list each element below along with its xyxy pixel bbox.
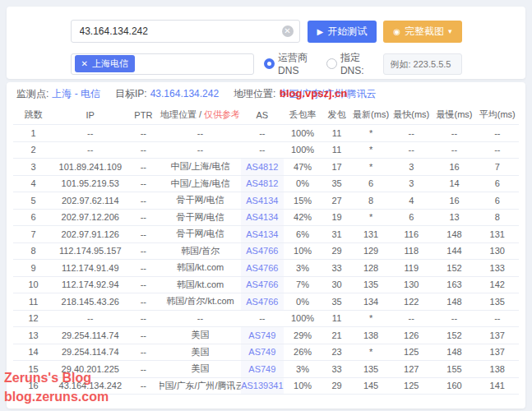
cell-sent: 11 bbox=[322, 311, 352, 327]
as-link[interactable]: AS4766 bbox=[246, 246, 278, 256]
cell-best: 116 bbox=[390, 226, 433, 242]
cell-loss: 100% bbox=[284, 125, 322, 141]
cell-geo: 中国/广东/广州/腾讯云 bbox=[160, 378, 240, 395]
cell-ip: 101.95.219.53 bbox=[53, 176, 127, 192]
start-test-label: 开始测试 bbox=[327, 25, 367, 39]
as-link[interactable]: AS4134 bbox=[246, 196, 278, 206]
cell-best: 6 bbox=[390, 210, 433, 226]
cell-geo: 中国/上海/电信 bbox=[160, 176, 240, 192]
target-input[interactable] bbox=[71, 20, 300, 43]
cell-worst: 148 bbox=[433, 344, 475, 361]
cell-avg: 137 bbox=[476, 344, 519, 361]
cell-ptr: -- bbox=[127, 176, 160, 192]
cell-geo: 美国 bbox=[160, 344, 240, 361]
as-link[interactable]: AS4766 bbox=[246, 297, 278, 307]
table-body: 1 -- -- -- -- 100% 11 * -- -- -- 2 -- --… bbox=[13, 125, 519, 395]
cell-avg: 138 bbox=[476, 361, 519, 377]
cell-as: AS749 bbox=[241, 327, 284, 344]
cell-geo: 韩国/kt.com bbox=[160, 260, 240, 276]
cell-ptr: -- bbox=[127, 159, 160, 175]
cell-loss: 10% bbox=[284, 243, 322, 260]
as-link[interactable]: AS4766 bbox=[246, 279, 278, 289]
cell-best: 122 bbox=[390, 293, 433, 310]
as-link[interactable]: AS749 bbox=[248, 330, 275, 340]
cell-as: AS139341 bbox=[241, 378, 284, 395]
cell-as: AS4812 bbox=[241, 176, 284, 192]
cell-worst: 144 bbox=[433, 243, 475, 260]
cell-avg: 142 bbox=[476, 277, 519, 293]
cell-loss: 0% bbox=[284, 176, 322, 192]
cell-hop: 16 bbox=[13, 378, 53, 395]
header-sent: 发包 bbox=[322, 109, 352, 121]
cell-avg: 130 bbox=[476, 243, 519, 260]
as-link[interactable]: AS4812 bbox=[246, 162, 278, 172]
cell-worst: 16 bbox=[433, 159, 475, 175]
cell-ip: -- bbox=[53, 142, 127, 159]
header-geo: 地理位置 /仅供参考 bbox=[160, 109, 240, 121]
as-link[interactable]: AS749 bbox=[248, 347, 275, 357]
node-value[interactable]: 上海 - 电信 bbox=[52, 87, 100, 101]
cell-avg: 135 bbox=[476, 293, 519, 310]
cell-as: AS4134 bbox=[241, 210, 284, 226]
as-link[interactable]: AS4134 bbox=[246, 212, 278, 222]
cell-ip: 218.145.43.26 bbox=[53, 293, 127, 310]
clear-icon[interactable]: ✕ bbox=[282, 25, 294, 37]
cell-hop: 9 bbox=[13, 260, 53, 276]
as-link[interactable]: AS4766 bbox=[246, 263, 278, 273]
cell-latest: 135 bbox=[352, 361, 390, 377]
table-row: 6 202.97.12.206 -- 骨干网/电信 AS4134 42% 19 … bbox=[13, 210, 519, 227]
as-link: -- bbox=[259, 128, 265, 138]
cell-worst: 152 bbox=[433, 260, 475, 276]
radio-custom-dns[interactable]: 指定DNS: bbox=[326, 51, 375, 76]
dns-options: 运营商DNS 指定DNS: bbox=[264, 51, 461, 76]
cell-worst: -- bbox=[433, 125, 475, 141]
cell-ptr: -- bbox=[127, 361, 160, 377]
custom-dns-input[interactable] bbox=[383, 53, 462, 75]
full-screenshot-button[interactable]: ◉ 完整截图 ▾ bbox=[383, 21, 461, 43]
start-test-button[interactable]: ▶ 开始测试 bbox=[308, 21, 377, 43]
radio-isp-dns-label: 运营商DNS bbox=[278, 51, 318, 76]
traceroute-table: 跳数 IP PTR 地理位置 /仅供参考 AS 丢包率 发包 最新(ms) 最快… bbox=[7, 105, 525, 395]
target-ip-value[interactable]: 43.164.134.242 bbox=[150, 88, 219, 99]
full-screenshot-label: 完整截图 bbox=[405, 25, 444, 39]
node-select-input[interactable]: ✕ 上海电信 bbox=[71, 53, 255, 75]
cell-latest: 135 bbox=[352, 277, 390, 293]
cell-ptr: -- bbox=[127, 142, 160, 159]
table-row: 10 112.174.92.94 -- 韩国/kt.com AS4766 7% … bbox=[13, 277, 519, 294]
cell-hop: 3 bbox=[13, 159, 53, 175]
cell-worst: -- bbox=[433, 311, 475, 327]
cell-ip: 112.174.92.94 bbox=[53, 277, 127, 293]
cell-ptr: -- bbox=[127, 293, 160, 310]
cell-avg: 137 bbox=[476, 327, 519, 344]
cell-latest: * bbox=[352, 311, 390, 327]
as-link[interactable]: AS4812 bbox=[246, 178, 278, 188]
play-icon: ▶ bbox=[317, 27, 324, 36]
header-ptr: PTR bbox=[127, 110, 160, 120]
cell-geo: -- bbox=[160, 125, 240, 141]
cell-hop: 5 bbox=[13, 192, 53, 209]
cell-latest: * bbox=[352, 344, 390, 361]
table-row: 5 202.97.62.114 -- 骨干网/电信 AS4134 15% 27 … bbox=[13, 192, 519, 210]
chevron-down-icon: ▾ bbox=[448, 27, 452, 35]
header-hop: 跳数 bbox=[13, 109, 53, 121]
cell-latest: 134 bbox=[352, 293, 390, 310]
table-header-row: 跳数 IP PTR 地理位置 /仅供参考 AS 丢包率 发包 最新(ms) 最快… bbox=[13, 105, 519, 125]
result-info-bar: 监测点: 上海 - 电信 目标IP: 43.164.134.242 地理位置: … bbox=[7, 82, 525, 105]
cell-loss: 0% bbox=[284, 293, 322, 310]
cell-best: 125 bbox=[390, 344, 433, 361]
as-link[interactable]: AS749 bbox=[248, 364, 275, 374]
cell-loss: 7% bbox=[284, 277, 322, 293]
cell-avg: 141 bbox=[476, 378, 519, 395]
radio-isp-dns[interactable]: 运营商DNS bbox=[264, 51, 318, 76]
tag-close-icon[interactable]: ✕ bbox=[81, 59, 88, 68]
cell-ip: -- bbox=[53, 125, 127, 141]
node-tag[interactable]: ✕ 上海电信 bbox=[75, 55, 135, 72]
table-row: 16 43.164.134.242 -- 中国/广东/广州/腾讯云 AS1393… bbox=[13, 378, 519, 395]
as-link[interactable]: AS4134 bbox=[246, 229, 278, 239]
cell-geo: -- bbox=[160, 142, 240, 159]
cell-geo: 美国 bbox=[160, 327, 240, 344]
cell-sent: 35 bbox=[322, 176, 352, 192]
table-row: 1 -- -- -- -- 100% 11 * -- -- -- bbox=[13, 125, 519, 142]
as-link[interactable]: AS139341 bbox=[241, 381, 283, 390]
cell-as: AS4766 bbox=[241, 293, 284, 310]
